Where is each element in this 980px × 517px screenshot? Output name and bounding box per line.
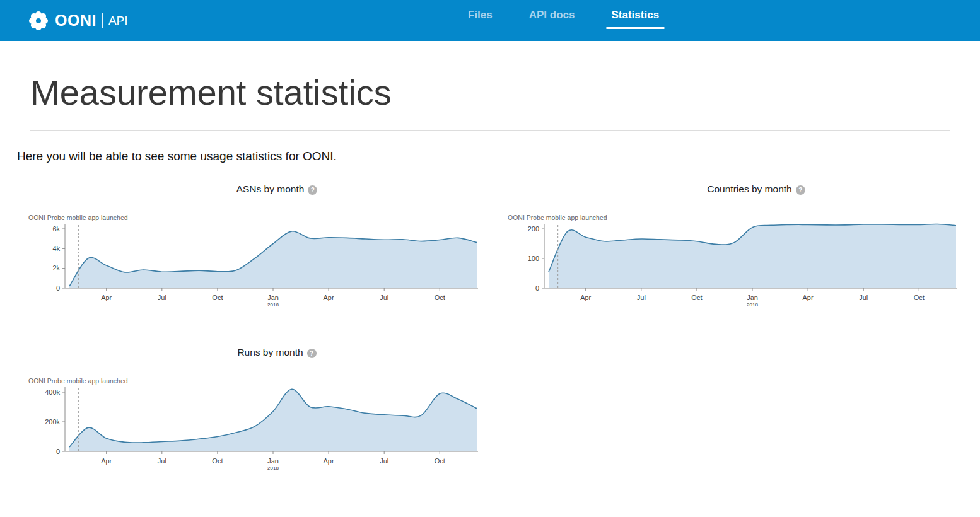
- svg-text:200k: 200k: [45, 418, 60, 426]
- runs-chart-canvas: OONI Probe mobile app launched0200k400kA…: [28, 376, 489, 482]
- svg-text:0: 0: [535, 284, 539, 292]
- chart-svg: OONI Probe mobile app launched02k4k6kApr…: [28, 212, 489, 318]
- svg-text:Apr: Apr: [324, 457, 334, 465]
- help-icon[interactable]: ?: [796, 185, 805, 195]
- main-content: Measurement statistics Here you will be …: [0, 71, 980, 482]
- ooni-logo-icon: [28, 11, 49, 31]
- svg-text:2018: 2018: [267, 302, 279, 308]
- svg-text:200: 200: [528, 225, 539, 233]
- svg-text:Apr: Apr: [101, 294, 112, 301]
- brand-suffix: API: [108, 14, 128, 28]
- svg-text:100: 100: [528, 255, 539, 262]
- svg-text:Apr: Apr: [803, 294, 814, 301]
- svg-text:Jul: Jul: [380, 294, 388, 301]
- svg-text:0: 0: [56, 448, 60, 455]
- svg-text:Jan: Jan: [267, 457, 279, 465]
- svg-text:OONI Probe mobile app launched: OONI Probe mobile app launched: [28, 214, 128, 221]
- svg-text:0: 0: [56, 284, 60, 292]
- runs-chart-title: Runs by month?: [28, 347, 489, 359]
- svg-text:Jul: Jul: [380, 457, 388, 465]
- brand-link[interactable]: OONI API: [28, 11, 128, 31]
- countries-chart-title: Countries by month?: [508, 183, 968, 196]
- svg-text:Jan: Jan: [747, 294, 758, 301]
- svg-text:Oct: Oct: [914, 294, 925, 301]
- intro-text: Here you will be able to see some usage …: [17, 149, 980, 163]
- svg-text:Oct: Oct: [435, 457, 445, 465]
- help-icon[interactable]: ?: [307, 349, 317, 358]
- svg-text:Jul: Jul: [158, 294, 166, 301]
- nav-files[interactable]: Files: [463, 9, 498, 29]
- countries-chart-canvas: OONI Probe mobile app launched0100200Apr…: [508, 212, 968, 318]
- asns-chart-canvas: OONI Probe mobile app launched02k4k6kApr…: [28, 212, 489, 318]
- asns-chart-title: ASNs by month?: [28, 183, 489, 196]
- svg-text:2k: 2k: [52, 264, 60, 272]
- svg-text:Apr: Apr: [580, 294, 591, 301]
- svg-text:6k: 6k: [52, 225, 60, 233]
- svg-text:2018: 2018: [747, 302, 758, 308]
- title-divider: [30, 130, 950, 131]
- runs-chart: Runs by month? OONI Probe mobile app lau…: [28, 347, 489, 482]
- svg-text:2018: 2018: [267, 465, 279, 471]
- svg-text:Jul: Jul: [158, 457, 166, 465]
- svg-text:4k: 4k: [52, 245, 60, 252]
- svg-text:Oct: Oct: [435, 294, 445, 301]
- asns-chart-title-text: ASNs by month: [236, 183, 305, 194]
- charts-grid: ASNs by month? OONI Probe mobile app lau…: [28, 183, 980, 482]
- asns-chart: ASNs by month? OONI Probe mobile app lau…: [28, 183, 489, 318]
- chart-svg: OONI Probe mobile app launched0100200Apr…: [508, 212, 968, 318]
- nav-api-docs[interactable]: API docs: [524, 9, 580, 29]
- countries-chart: Countries by month? OONI Probe mobile ap…: [508, 183, 968, 318]
- help-icon[interactable]: ?: [308, 185, 317, 195]
- svg-text:Oct: Oct: [212, 457, 223, 465]
- svg-text:OONI Probe mobile app launched: OONI Probe mobile app launched: [508, 214, 607, 221]
- runs-chart-title-text: Runs by month: [237, 347, 303, 357]
- svg-text:Oct: Oct: [212, 294, 223, 301]
- svg-text:Jul: Jul: [859, 294, 868, 301]
- chart-svg: OONI Probe mobile app launched0200k400kA…: [28, 376, 489, 482]
- countries-chart-title-text: Countries by month: [707, 183, 791, 194]
- svg-text:Apr: Apr: [101, 457, 112, 465]
- navbar: OONI API Files API docs Statistics: [0, 0, 980, 41]
- main-nav: Files API docs Statistics: [463, 9, 664, 29]
- svg-text:Jan: Jan: [267, 294, 279, 301]
- brand-divider: [102, 13, 103, 28]
- svg-text:Jul: Jul: [637, 294, 646, 301]
- nav-statistics[interactable]: Statistics: [607, 9, 665, 29]
- svg-text:OONI Probe mobile app launched: OONI Probe mobile app launched: [28, 377, 128, 385]
- svg-text:400k: 400k: [45, 388, 60, 396]
- svg-text:Oct: Oct: [691, 294, 702, 301]
- svg-text:Apr: Apr: [324, 294, 334, 301]
- brand-name: OONI: [55, 11, 96, 30]
- page-title: Measurement statistics: [30, 71, 950, 113]
